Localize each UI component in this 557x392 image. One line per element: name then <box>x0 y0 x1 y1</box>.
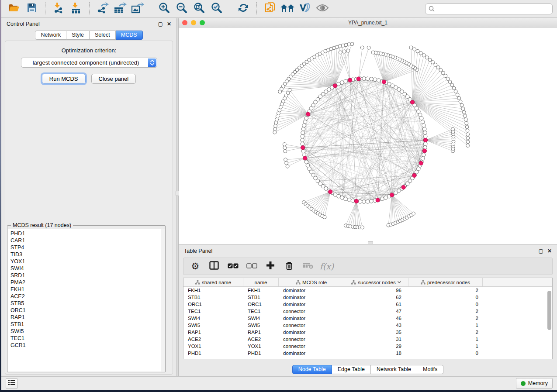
tab-mcds[interactable]: MCDS <box>116 31 143 40</box>
mcds-result-item[interactable]: YOX1 <box>10 258 165 265</box>
tab-network[interactable]: Network <box>35 31 66 40</box>
table-row[interactable]: PHD1PHD1dominator180 <box>183 350 552 357</box>
node-table: shared namenameMCDS rolesuccessor nodesp… <box>183 278 553 359</box>
mcds-result-item[interactable]: ACE2 <box>10 293 165 300</box>
mcds-result-item[interactable]: RAP1 <box>10 314 165 321</box>
tab-style[interactable]: Style <box>66 31 90 40</box>
network-window-titlebar[interactable]: YPA_prune.txt_1 <box>179 18 557 28</box>
float-panel-icon[interactable]: ▢ <box>158 21 163 27</box>
show-column-button[interactable] <box>207 260 221 273</box>
mcds-result-item[interactable]: STB1 <box>10 321 165 328</box>
delete-table-button[interactable] <box>301 260 315 273</box>
mcds-result-item[interactable]: SWI5 <box>10 328 165 335</box>
mcds-result-item[interactable]: TEC1 <box>10 335 165 342</box>
vizmapper-button[interactable] <box>298 2 312 16</box>
mcds-result-item[interactable]: PHD1 <box>10 230 165 237</box>
application-window: Control Panel ▢ ✕ NetworkStyleSelectMCDS… <box>1 0 557 390</box>
import-public-network-button[interactable] <box>263 2 277 16</box>
network-canvas[interactable] <box>179 28 557 244</box>
close-panel-icon[interactable]: ✕ <box>167 21 171 27</box>
tab-network-table[interactable]: Network Table <box>371 365 417 374</box>
cell-name: YOX1 <box>243 344 279 349</box>
apply-layout-button[interactable] <box>236 2 250 16</box>
column-header-predecessor-nodes[interactable]: predecessor nodes <box>408 278 483 286</box>
table-settings-button[interactable]: ⚙ <box>188 260 203 273</box>
table-row[interactable]: SWI5SWI5connector431 <box>183 322 552 329</box>
mcds-result-item[interactable]: CAR1 <box>10 237 165 244</box>
table-row[interactable]: TEC1TEC1connector472 <box>183 308 552 315</box>
cell-shared-name: ORC1 <box>183 302 243 307</box>
zoom-in-button[interactable] <box>157 2 171 16</box>
save-session-button[interactable] <box>25 2 39 16</box>
close-table-panel-icon[interactable]: ✕ <box>547 248 552 254</box>
select-all-button[interactable] <box>225 260 240 273</box>
zoom-selected-button[interactable] <box>210 2 224 16</box>
deselect-all-button[interactable] <box>244 260 259 273</box>
maximize-window-icon[interactable] <box>200 20 205 25</box>
column-header-name[interactable]: name <box>243 278 279 286</box>
zoom-out-button[interactable] <box>175 2 189 16</box>
export-network-button[interactable] <box>96 2 110 16</box>
table-row[interactable]: STB1STB1dominator620 <box>183 294 552 301</box>
search-input[interactable] <box>437 4 549 13</box>
home-button[interactable] <box>280 2 294 16</box>
column-header-successor-nodes[interactable]: successor nodes <box>344 278 408 286</box>
hierarchy-icon <box>296 280 301 285</box>
add-column-icon <box>266 261 275 272</box>
tab-edge-table[interactable]: Edge Table <box>332 365 371 374</box>
run-mcds-button[interactable]: Run MCDS <box>42 74 86 84</box>
float-table-panel-icon[interactable]: ▢ <box>539 248 543 254</box>
table-row[interactable]: ACE2ACE2connector311 <box>183 336 552 343</box>
canvas-splitter-handle-icon[interactable] <box>368 241 373 244</box>
table-row[interactable]: ORC1ORC1dominator610 <box>183 301 552 308</box>
minimize-window-icon[interactable] <box>191 20 196 25</box>
close-window-icon[interactable] <box>182 20 187 25</box>
zoom-fit-button[interactable] <box>192 2 206 16</box>
mcds-result-item[interactable]: TID3 <box>10 251 165 258</box>
memory-status-icon <box>521 381 526 386</box>
mcds-result-item[interactable]: STB5 <box>10 300 165 307</box>
export-network-icon <box>97 2 109 15</box>
optimization-criterion-select[interactable]: largest connected component (undirected) <box>21 58 157 68</box>
hide-details-button[interactable] <box>315 2 329 16</box>
mcds-result-item[interactable]: PMA2 <box>10 279 165 286</box>
network-graph[interactable] <box>179 28 557 244</box>
search-field[interactable] <box>425 3 553 14</box>
export-image-button[interactable] <box>131 2 145 16</box>
open-session-button[interactable] <box>7 2 21 16</box>
delete-column-button[interactable] <box>282 260 297 273</box>
cell-successor-nodes: 29 <box>344 344 408 349</box>
import-network-file-button[interactable] <box>52 2 66 16</box>
cell-MCDS-role: connector <box>279 323 344 328</box>
memory-button[interactable]: Memory <box>516 378 553 389</box>
import-table-file-button[interactable] <box>69 2 83 16</box>
home-icon <box>280 3 295 14</box>
mcds-result-item[interactable]: SRD1 <box>10 272 165 279</box>
tab-select[interactable]: Select <box>90 31 116 40</box>
add-column-button[interactable] <box>263 260 278 273</box>
control-panel-header: Control Panel ▢ ✕ <box>1 18 176 29</box>
tab-node-table[interactable]: Node Table <box>292 365 332 374</box>
column-header-MCDS-role[interactable]: MCDS role <box>279 278 344 286</box>
table-row[interactable]: SWI4SWI4dominator462 <box>183 315 552 322</box>
table-scrollbar[interactable] <box>547 288 551 358</box>
table-row[interactable]: RAP1RAP1dominator352 <box>183 329 552 336</box>
export-table-button[interactable] <box>113 2 127 16</box>
cell-MCDS-role: dominator <box>279 351 344 356</box>
tab-motifs[interactable]: Motifs <box>417 365 443 374</box>
mcds-result-item[interactable]: ORC1 <box>10 307 165 314</box>
task-history-button[interactable] <box>6 378 18 389</box>
main-toolbar <box>1 0 557 18</box>
mcds-result-item[interactable]: SWI4 <box>10 265 165 272</box>
column-header-shared-name[interactable]: shared name <box>183 278 243 286</box>
close-panel-button[interactable]: Close panel <box>91 74 136 84</box>
table-row[interactable]: FKH1FKH1dominator962 <box>183 287 552 294</box>
mcds-result-item[interactable]: FKH1 <box>10 286 165 293</box>
function-builder-button[interactable]: f(x) <box>319 260 334 273</box>
mcds-list-scrollbar[interactable] <box>161 229 165 371</box>
table-scrollbar-thumb[interactable] <box>547 291 551 330</box>
mcds-result-item[interactable]: GCR1 <box>10 342 165 349</box>
mcds-result-item[interactable]: STP4 <box>10 244 165 251</box>
mcds-result-list[interactable]: PHD1CAR1STP4TID3YOX1SWI4SRD1PMA2FKH1ACE2… <box>8 229 165 371</box>
table-row[interactable]: YOX1YOX1connector291 <box>183 343 552 350</box>
